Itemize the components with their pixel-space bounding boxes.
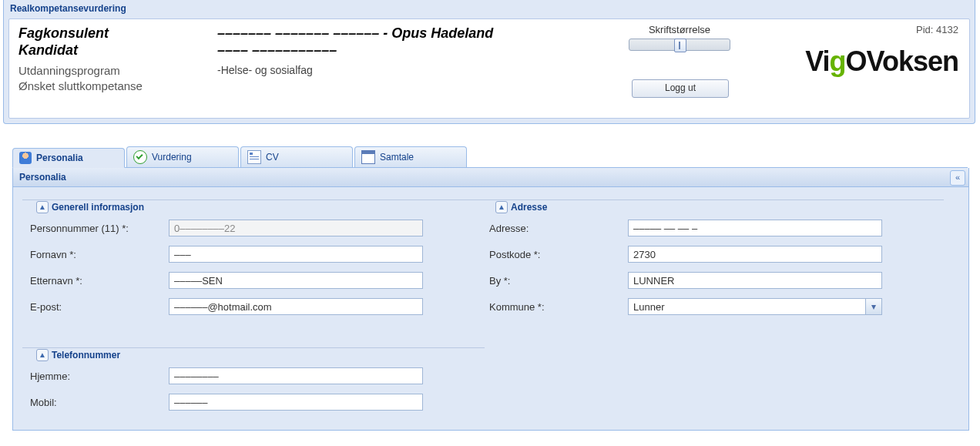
- collapse-up-icon[interactable]: ▲: [36, 201, 49, 213]
- fieldset-general: ▲ Generell informasjon Personnummer (11)…: [22, 193, 485, 215]
- content-title: Personalia: [13, 168, 968, 187]
- tab-vurdering[interactable]: Vurdering: [126, 146, 239, 167]
- header-body: Fagkonsulent Kandidat Utdanningsprogram …: [8, 18, 970, 119]
- font-size-slider[interactable]: [629, 39, 730, 51]
- label-kommune: Kommune *:: [489, 301, 628, 313]
- font-size-control: Skriftstørrelse: [622, 24, 737, 51]
- value-kandidat: –––– –––––––––––: [217, 42, 337, 59]
- input-mobil[interactable]: [169, 394, 423, 411]
- font-size-thumb[interactable]: [674, 39, 686, 52]
- fieldset-general-legend: ▲ Generell informasjon: [35, 201, 149, 213]
- input-personnummer[interactable]: [169, 220, 423, 236]
- window-icon: [361, 150, 375, 164]
- input-hjemme[interactable]: [169, 367, 423, 384]
- content-body: ▲ Generell informasjon Personnummer (11)…: [13, 187, 968, 418]
- chevron-down-icon[interactable]: ▾: [865, 299, 881, 314]
- user-icon: [19, 152, 32, 164]
- pid-value: 4132: [936, 24, 958, 35]
- input-adresse[interactable]: [628, 220, 882, 236]
- form-icon: [247, 150, 261, 164]
- pid-label: Pid:: [916, 24, 933, 35]
- label-etternavn: Etternavn *:: [30, 275, 169, 287]
- label-epost: E-post:: [30, 301, 169, 313]
- tab-label: Personalia: [36, 153, 83, 163]
- input-epost[interactable]: [169, 298, 423, 315]
- label-adresse: Adresse:: [489, 223, 628, 234]
- tab-cv[interactable]: CV: [240, 146, 353, 167]
- input-postkode[interactable]: [628, 246, 882, 263]
- tab-personalia[interactable]: Personalia: [12, 148, 125, 168]
- select-kommune[interactable]: [628, 298, 882, 315]
- input-by[interactable]: [628, 272, 882, 289]
- collapse-toggle[interactable]: «: [950, 170, 965, 186]
- tab-label: Vurdering: [152, 152, 192, 163]
- fieldset-phone: ▲ Telefonnummer Hjemme: Mobil:: [22, 341, 485, 363]
- label-postkode: Postkode *:: [489, 249, 628, 260]
- fieldset-address: ▲ Adresse Adresse: Postkode *: By *: Kom…: [482, 193, 944, 215]
- value-fagkonsulent: ––––––– ––––––– –––––– - Opus Hadeland: [217, 25, 493, 42]
- logout-button[interactable]: Logg ut: [632, 79, 729, 98]
- tab-samtale[interactable]: Samtale: [354, 146, 467, 167]
- header-panel: Realkompetansevurdering Fagkonsulent Kan…: [3, 0, 975, 124]
- label-sluttkompetanse: Ønsket sluttkompetanse: [18, 79, 143, 92]
- label-by: By *:: [489, 275, 628, 287]
- tab-label: CV: [266, 152, 279, 163]
- label-kandidat: Kandidat: [18, 42, 78, 59]
- tab-strip: Personalia Vurdering CV Samtale: [12, 147, 968, 168]
- input-etternavn[interactable]: [169, 272, 423, 289]
- header-title: Realkompetansevurdering: [4, 0, 975, 17]
- fieldset-address-legend: ▲ Adresse: [494, 201, 552, 213]
- font-size-label: Skriftstørrelse: [622, 24, 737, 35]
- value-utdanningsprogram: -Helse- og sosialfag: [217, 64, 313, 76]
- fieldset-phone-legend: ▲ Telefonnummer: [35, 349, 125, 361]
- collapse-up-icon[interactable]: ▲: [495, 201, 508, 213]
- label-personnummer: Personnummer (11) *:: [30, 223, 169, 234]
- label-fagkonsulent: Fagkonsulent: [18, 25, 109, 42]
- content-panel: Personalia « ▲ Generell informasjon Pers…: [12, 168, 969, 431]
- check-icon: [133, 150, 147, 164]
- collapse-up-icon[interactable]: ▲: [36, 349, 49, 361]
- label-mobil: Mobil:: [30, 397, 169, 408]
- logo: VigOVoksen: [805, 45, 958, 78]
- label-utdanningsprogram: Utdanningsprogram: [18, 64, 120, 77]
- pid-display: Pid: 4132: [916, 24, 958, 35]
- tab-label: Samtale: [380, 152, 414, 163]
- label-fornavn: Fornavn *:: [30, 249, 169, 260]
- input-fornavn[interactable]: [169, 246, 423, 263]
- label-hjemme: Hjemme:: [30, 371, 169, 382]
